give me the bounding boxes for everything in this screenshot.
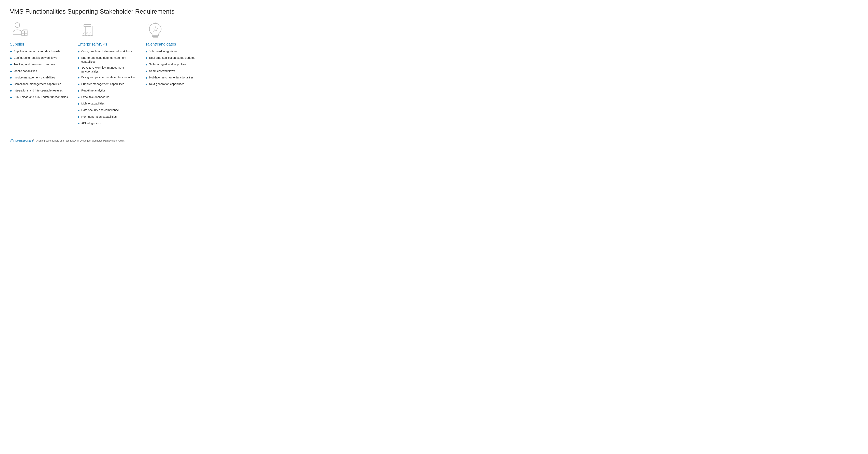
bullet-icon: ● — [10, 88, 12, 93]
list-item: ●Mobile/omni-channel functionalities — [145, 75, 207, 80]
list-item: ●Self-managed worker profiles — [145, 62, 207, 67]
bullet-icon: ● — [10, 69, 12, 74]
enterprise-icon — [78, 22, 97, 39]
bullet-icon: ● — [78, 56, 80, 61]
bullet-icon: ● — [145, 75, 148, 80]
talent-title: Talent/candidates — [145, 42, 207, 46]
bullet-icon: ● — [10, 95, 12, 100]
column-enterprise: Enterprise/MSPs ●Configurable and stream… — [78, 22, 145, 128]
enterprise-title: Enterprise/MSPs — [78, 42, 139, 46]
bullet-icon: ● — [78, 95, 80, 100]
list-item: ●Bulk upload and bulk update functionali… — [10, 95, 72, 100]
supplier-title: Supplier — [10, 42, 72, 46]
bullet-icon: ● — [78, 121, 80, 126]
list-item: ●Invoice management capabilities — [10, 75, 72, 80]
bullet-icon: ● — [78, 49, 80, 54]
list-item: ●Compliance management capabilities — [10, 82, 72, 87]
list-item: ●Real-time application status updates — [145, 56, 207, 61]
svg-marker-16 — [153, 26, 158, 31]
list-item: ●Next-generation capabilities — [145, 82, 207, 87]
columns-container: Supplier ●Supplier scorecards and dashbo… — [10, 22, 207, 128]
list-item: ●Billing and payments-related functional… — [78, 75, 139, 80]
bullet-icon: ● — [78, 101, 80, 106]
bullet-icon: ● — [10, 62, 12, 67]
list-item: ●Mobile capabilities — [10, 69, 72, 74]
bullet-icon: ● — [78, 115, 80, 120]
enterprise-list: ●Configurable and streamlined workflows … — [78, 49, 139, 126]
list-item: ●Executive dashboards — [78, 95, 139, 100]
svg-point-13 — [90, 33, 91, 34]
svg-line-19 — [161, 25, 162, 25]
svg-point-12 — [87, 32, 88, 34]
list-item: ●Seamless workflows — [145, 69, 207, 74]
list-item: ●Configurable requisition workflows — [10, 56, 72, 61]
column-talent: Talent/candidates ●Job board integration… — [145, 22, 207, 128]
bullet-icon: ● — [145, 62, 148, 67]
list-item: ●Supplier scorecards and dashboards — [10, 49, 72, 54]
list-item: ●Data security and compliance — [78, 108, 139, 113]
bullet-icon: ● — [145, 49, 148, 54]
list-item: ●API integrations — [78, 121, 139, 126]
list-item: ●End-to-end candidate management capabil… — [78, 56, 139, 64]
list-item: ●Tracking and timestamp features — [10, 62, 72, 67]
column-supplier: Supplier ●Supplier scorecards and dashbo… — [10, 22, 78, 128]
everest-group-logo-icon — [10, 138, 14, 143]
svg-rect-5 — [82, 26, 93, 36]
list-item: ●Configurable and streamlined workflows — [78, 49, 139, 54]
list-item: ●Supplier management capabilities — [78, 82, 139, 87]
svg-point-11 — [84, 33, 85, 34]
list-item: ●Mobile capabilities — [78, 101, 139, 106]
bullet-icon: ● — [10, 75, 12, 80]
supplier-list: ●Supplier scorecards and dashboards ●Con… — [10, 49, 72, 100]
supplier-icon — [10, 22, 30, 39]
footer-logo: Everest Group® — [10, 138, 34, 143]
footer-trademark: ® — [33, 139, 34, 141]
bullet-icon: ● — [78, 108, 80, 113]
bullet-icon: ● — [10, 56, 12, 61]
bullet-icon: ● — [78, 65, 80, 70]
talent-list: ●Job board integrations ●Real-time appli… — [145, 49, 207, 87]
list-item: ●Real-time analytics — [78, 89, 139, 93]
svg-point-0 — [15, 23, 20, 27]
svg-rect-6 — [84, 25, 91, 27]
list-item: ●Next-generation capabilities — [78, 115, 139, 120]
footer-brand: Everest Group® — [16, 139, 34, 142]
footer: Everest Group® Aligning Stakeholders and… — [10, 136, 207, 143]
list-item: ●Integrations and interoperable features — [10, 89, 72, 93]
list-item: ●Job board integrations — [145, 49, 207, 54]
svg-line-18 — [149, 25, 149, 25]
bullet-icon: ● — [145, 82, 148, 87]
bullet-icon: ● — [78, 82, 80, 87]
page-title: VMS Functionalities Supporting Stakehold… — [10, 8, 207, 15]
footer-description: Aligning Stakeholders and Technology in … — [36, 139, 125, 142]
bullet-icon: ● — [10, 49, 12, 54]
bullet-icon: ● — [145, 69, 148, 74]
bullet-icon: ● — [78, 88, 80, 93]
bullet-icon: ● — [145, 56, 148, 61]
list-item: ●SOW & IC workflow management functional… — [78, 66, 139, 74]
talent-icon — [145, 22, 165, 39]
bullet-icon: ● — [78, 75, 80, 80]
bullet-icon: ● — [10, 82, 12, 87]
